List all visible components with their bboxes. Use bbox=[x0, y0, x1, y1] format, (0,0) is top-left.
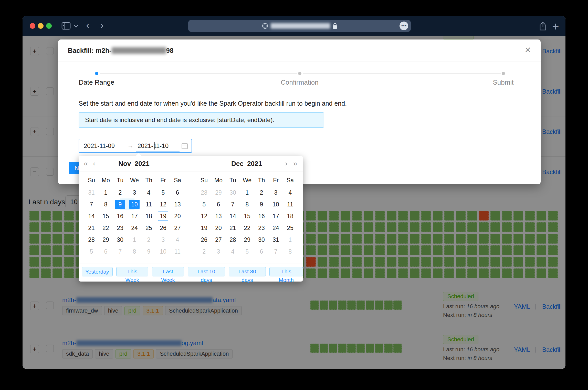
calendar-day[interactable]: 16 bbox=[113, 210, 127, 222]
calendar-day[interactable]: 11 bbox=[142, 198, 156, 210]
calendar-day[interactable]: 25 bbox=[283, 222, 297, 234]
date-range-picker[interactable]: 2021-11-09 → 2021-11-10 bbox=[79, 139, 192, 153]
next-year-icon[interactable]: » bbox=[293, 159, 297, 168]
calendar-day[interactable]: 19 bbox=[197, 222, 211, 234]
calendar-day[interactable]: 29 bbox=[240, 234, 254, 246]
close-window-button[interactable] bbox=[30, 23, 35, 29]
calendar-day[interactable]: 4 bbox=[226, 246, 240, 257]
calendar-day[interactable]: 8 bbox=[240, 198, 254, 210]
calendar-day[interactable]: 27 bbox=[211, 234, 226, 246]
back-button[interactable]: ‹ bbox=[86, 20, 89, 30]
calendar-day[interactable]: 9 bbox=[142, 246, 156, 257]
quick-range-last-30-days[interactable]: Last 30 days bbox=[229, 267, 266, 276]
more-options-icon[interactable]: ⋯ bbox=[400, 22, 408, 30]
calendar-day[interactable]: 10 bbox=[127, 198, 142, 210]
calendar-day[interactable]: 5 bbox=[197, 198, 211, 210]
calendar-day[interactable]: 3 bbox=[156, 234, 170, 246]
calendar-day[interactable]: 26 bbox=[156, 222, 170, 234]
calendar-day[interactable]: 20 bbox=[170, 210, 185, 222]
calendar-day[interactable]: 30 bbox=[113, 234, 127, 246]
calendar-day[interactable]: 16 bbox=[254, 210, 269, 222]
calendar-day[interactable]: 18 bbox=[283, 210, 297, 222]
calendar-day[interactable]: 12 bbox=[197, 210, 211, 222]
calendar-day[interactable]: 1 bbox=[127, 234, 142, 246]
calendar-day[interactable]: 15 bbox=[99, 210, 113, 222]
forward-button[interactable]: › bbox=[100, 20, 103, 30]
calendar-day[interactable]: 25 bbox=[142, 222, 156, 234]
calendar-day[interactable]: 4 bbox=[142, 187, 156, 198]
calendar-day[interactable]: 13 bbox=[170, 198, 185, 210]
calendar-day[interactable]: 10 bbox=[269, 198, 283, 210]
calendar-day[interactable]: 24 bbox=[127, 222, 142, 234]
calendar-day[interactable]: 28 bbox=[197, 187, 211, 198]
calendar-day[interactable]: 9 bbox=[113, 198, 127, 210]
calendar-day[interactable]: 8 bbox=[127, 246, 142, 257]
calendar-day[interactable]: 15 bbox=[240, 210, 254, 222]
close-icon[interactable]: × bbox=[522, 44, 533, 55]
calendar-day[interactable]: 28 bbox=[226, 234, 240, 246]
calendar-day[interactable]: 8 bbox=[99, 198, 113, 210]
calendar-day[interactable]: 5 bbox=[156, 187, 170, 198]
calendar-day[interactable]: 7 bbox=[269, 246, 283, 257]
calendar-day[interactable]: 2 bbox=[142, 234, 156, 246]
calendar-day[interactable]: 8 bbox=[283, 246, 297, 257]
calendar-day[interactable]: 26 bbox=[197, 234, 211, 246]
calendar-day[interactable]: 5 bbox=[240, 246, 254, 257]
calendar-day[interactable]: 30 bbox=[254, 234, 269, 246]
calendar-day[interactable]: 3 bbox=[127, 187, 142, 198]
address-bar[interactable]: ⋯ bbox=[188, 20, 411, 32]
end-date-input[interactable]: 2021-11-10 bbox=[138, 142, 169, 149]
calendar-day[interactable]: 17 bbox=[127, 210, 142, 222]
zoom-window-button[interactable] bbox=[46, 23, 52, 29]
calendar-day[interactable]: 27 bbox=[170, 222, 185, 234]
chevron-down-icon[interactable] bbox=[74, 25, 78, 28]
calendar-day[interactable]: 2 bbox=[197, 246, 211, 257]
quick-range-last-week[interactable]: Last Week bbox=[152, 267, 184, 276]
calendar-day[interactable]: 13 bbox=[211, 210, 226, 222]
calendar-day[interactable]: 5 bbox=[84, 246, 99, 257]
quick-range-last-10-days[interactable]: Last 10 days bbox=[188, 267, 225, 276]
calendar-day[interactable]: 29 bbox=[99, 234, 113, 246]
calendar-day[interactable]: 4 bbox=[170, 234, 185, 246]
calendar-day[interactable]: 31 bbox=[84, 187, 99, 198]
calendar-day[interactable]: 6 bbox=[254, 246, 269, 257]
prev-month-icon[interactable]: ‹ bbox=[93, 159, 95, 168]
calendar-day[interactable]: 1 bbox=[99, 187, 113, 198]
calendar-day[interactable]: 21 bbox=[226, 222, 240, 234]
calendar-day[interactable]: 18 bbox=[142, 210, 156, 222]
calendar-day[interactable]: 6 bbox=[170, 187, 185, 198]
calendar-day[interactable]: 29 bbox=[211, 187, 226, 198]
minimize-window-button[interactable] bbox=[38, 23, 44, 29]
calendar-day[interactable]: 28 bbox=[84, 234, 99, 246]
calendar-day[interactable]: 4 bbox=[283, 187, 297, 198]
quick-range-this-week[interactable]: This Week bbox=[116, 267, 149, 276]
new-tab-button[interactable]: + bbox=[552, 19, 559, 33]
calendar-day[interactable]: 20 bbox=[211, 222, 226, 234]
calendar-day[interactable]: 7 bbox=[84, 198, 99, 210]
calendar-day[interactable]: 7 bbox=[113, 246, 127, 257]
quick-range-this-month[interactable]: This Month bbox=[269, 267, 303, 276]
calendar-day[interactable]: 10 bbox=[156, 246, 170, 257]
calendar-day[interactable]: 3 bbox=[211, 246, 226, 257]
calendar-day[interactable]: 7 bbox=[226, 198, 240, 210]
month-title[interactable]: Dec 2021 bbox=[216, 160, 277, 168]
calendar-day[interactable]: 6 bbox=[99, 246, 113, 257]
calendar-day[interactable]: 6 bbox=[211, 198, 226, 210]
sidebar-icon[interactable] bbox=[61, 22, 71, 30]
next-month-icon[interactable]: › bbox=[285, 159, 287, 168]
calendar-day[interactable]: 2 bbox=[113, 187, 127, 198]
month-title[interactable]: Nov 2021 bbox=[103, 160, 165, 168]
calendar-day[interactable]: 22 bbox=[99, 222, 113, 234]
calendar-day[interactable]: 11 bbox=[170, 246, 185, 257]
quick-range-yesterday[interactable]: Yesterday bbox=[82, 267, 113, 276]
calendar-day[interactable]: 17 bbox=[269, 210, 283, 222]
calendar-day[interactable]: 14 bbox=[226, 210, 240, 222]
calendar-day[interactable]: 21 bbox=[84, 222, 99, 234]
share-icon[interactable] bbox=[539, 22, 547, 31]
calendar-day[interactable]: 14 bbox=[84, 210, 99, 222]
start-date-input[interactable]: 2021-11-09 bbox=[84, 142, 115, 149]
calendar-day[interactable]: 12 bbox=[156, 198, 170, 210]
calendar-day[interactable]: 30 bbox=[226, 187, 240, 198]
calendar-day[interactable]: 22 bbox=[240, 222, 254, 234]
calendar-day[interactable]: 23 bbox=[113, 222, 127, 234]
